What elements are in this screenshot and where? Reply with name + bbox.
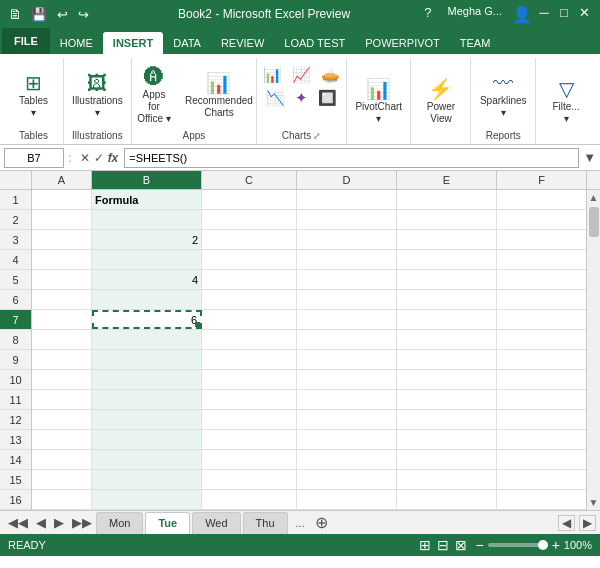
zoom-slider[interactable] (488, 543, 548, 547)
cell-f2[interactable] (497, 210, 586, 229)
vertical-scrollbar[interactable]: ▲ ▼ (586, 190, 600, 510)
col-header-e[interactable]: E (397, 171, 497, 189)
pie-chart-button[interactable]: 🥧 (317, 64, 344, 86)
row-num-2[interactable]: 2 (0, 210, 31, 230)
cell-b2[interactable] (92, 210, 202, 229)
other-chart-button[interactable]: 🔲 (314, 87, 341, 109)
row-num-14[interactable]: 14 (0, 450, 31, 470)
sheet-tab-tue[interactable]: Tue (145, 512, 190, 534)
tab-powerpivot[interactable]: POWERPIVOT (355, 32, 450, 54)
sheet-tab-nav-first[interactable]: ◀◀ (4, 515, 32, 530)
cell-c6[interactable] (202, 290, 297, 309)
col-header-b[interactable]: B (92, 171, 202, 189)
charts-expand-icon[interactable]: ⤢ (313, 131, 321, 141)
insert-function-icon[interactable]: fx (108, 151, 119, 165)
row-num-3[interactable]: 3 (0, 230, 31, 250)
tab-file[interactable]: FILE (2, 28, 50, 54)
tables-button[interactable]: ⊞ Tables▾ (14, 70, 53, 122)
page-break-icon[interactable]: ⊠ (455, 537, 467, 553)
cell-e7[interactable] (397, 310, 497, 329)
tab-data[interactable]: DATA (163, 32, 211, 54)
cell-e8[interactable] (397, 330, 497, 349)
user-label[interactable]: Megha G... (442, 5, 508, 24)
close-button[interactable]: ✕ (576, 5, 592, 21)
row-num-13[interactable]: 13 (0, 430, 31, 450)
cell-c3[interactable] (202, 230, 297, 249)
cell-d1[interactable] (297, 190, 397, 209)
formula-input[interactable] (124, 148, 579, 168)
cell-d7[interactable] (297, 310, 397, 329)
sheet-tab-nav-prev[interactable]: ◀ (32, 515, 50, 530)
bar-chart-button[interactable]: 📊 (259, 64, 286, 86)
cell-b5[interactable]: 4 (92, 270, 202, 289)
cell-c1[interactable] (202, 190, 297, 209)
pivotchart-button[interactable]: 📊 PivotChart▾ (350, 76, 407, 128)
filter-button[interactable]: ▽ Filte...▾ (547, 76, 584, 128)
col-header-d[interactable]: D (297, 171, 397, 189)
col-header-a[interactable]: A (32, 171, 92, 189)
nav-right-icon[interactable]: ▶ (579, 515, 596, 531)
cell-a4[interactable] (32, 250, 92, 269)
row-num-16[interactable]: 16 (0, 490, 31, 510)
cell-d6[interactable] (297, 290, 397, 309)
redo-icon[interactable]: ↪ (75, 7, 92, 22)
row-num-6[interactable]: 6 (0, 290, 31, 310)
illustrations-button[interactable]: 🖼 Illustrations▾ (67, 70, 128, 122)
cell-c4[interactable] (202, 250, 297, 269)
scroll-up-icon[interactable]: ▲ (587, 190, 600, 205)
page-layout-icon[interactable]: ⊟ (437, 537, 449, 553)
cell-e4[interactable] (397, 250, 497, 269)
scroll-thumb[interactable] (589, 207, 599, 237)
cell-f1[interactable] (497, 190, 586, 209)
zoom-out-icon[interactable]: − (475, 537, 483, 553)
cell-b8[interactable] (92, 330, 202, 349)
tab-review[interactable]: REVIEW (211, 32, 274, 54)
sheet-tab-wed[interactable]: Wed (192, 512, 240, 534)
sparklines-button[interactable]: 〰 Sparklines▾ (475, 70, 532, 122)
row-num-7[interactable]: 7 (0, 310, 31, 330)
cell-e5[interactable] (397, 270, 497, 289)
row-num-9[interactable]: 9 (0, 350, 31, 370)
cell-c5[interactable] (202, 270, 297, 289)
cell-a6[interactable] (32, 290, 92, 309)
cell-f6[interactable] (497, 290, 586, 309)
row-num-8[interactable]: 8 (0, 330, 31, 350)
cell-f7[interactable] (497, 310, 586, 329)
cell-b3[interactable]: 2 (92, 230, 202, 249)
undo-icon[interactable]: ↩ (54, 7, 71, 22)
cell-e1[interactable] (397, 190, 497, 209)
cell-a5[interactable] (32, 270, 92, 289)
cell-a7[interactable] (32, 310, 92, 329)
help-icon[interactable]: ? (418, 5, 437, 24)
sheet-tab-add-button[interactable]: ⊕ (311, 513, 332, 532)
cell-b1[interactable]: Formula (92, 190, 202, 209)
maximize-button[interactable]: □ (556, 5, 572, 21)
col-header-f[interactable]: F (497, 171, 587, 189)
nav-left-icon[interactable]: ◀ (558, 515, 575, 531)
zoom-in-icon[interactable]: + (552, 537, 560, 553)
cell-reference-input[interactable] (4, 148, 64, 168)
cell-d5[interactable] (297, 270, 397, 289)
row-num-10[interactable]: 10 (0, 370, 31, 390)
scatter-chart-button[interactable]: ✦ (291, 87, 312, 109)
normal-view-icon[interactable]: ⊞ (419, 537, 431, 553)
minimize-button[interactable]: ─ (536, 5, 552, 21)
area-chart-button[interactable]: 📉 (262, 87, 289, 109)
cell-a3[interactable] (32, 230, 92, 249)
cell-a2[interactable] (32, 210, 92, 229)
cell-c2[interactable] (202, 210, 297, 229)
row-num-15[interactable]: 15 (0, 470, 31, 490)
cell-e2[interactable] (397, 210, 497, 229)
row-num-4[interactable]: 4 (0, 250, 31, 270)
scroll-down-icon[interactable]: ▼ (587, 495, 600, 510)
zoom-slider-thumb[interactable] (538, 540, 548, 550)
row-num-12[interactable]: 12 (0, 410, 31, 430)
line-chart-button[interactable]: 📈 (288, 64, 315, 86)
cell-a8[interactable] (32, 330, 92, 349)
cell-d4[interactable] (297, 250, 397, 269)
sheet-tab-nav-next[interactable]: ▶ (50, 515, 68, 530)
cell-b4[interactable] (92, 250, 202, 269)
tab-home[interactable]: HOME (50, 32, 103, 54)
confirm-formula-icon[interactable]: ✓ (94, 151, 104, 165)
cell-f4[interactable] (497, 250, 586, 269)
